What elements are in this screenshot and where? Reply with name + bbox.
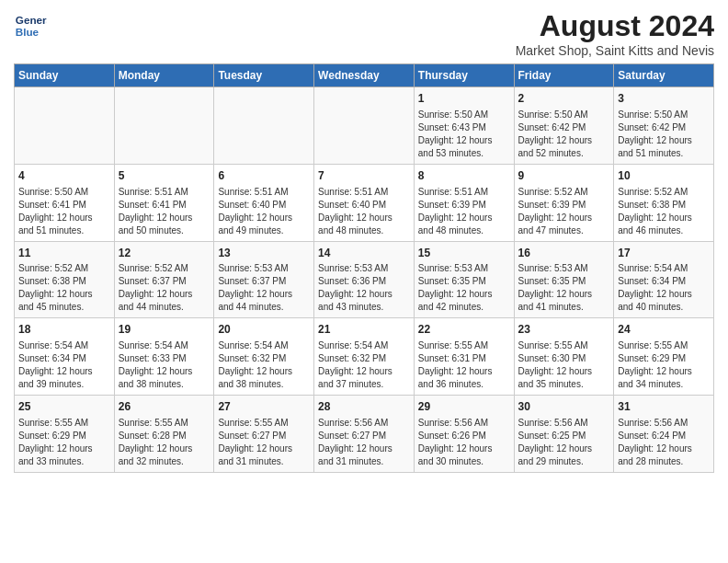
day-number: 29 [418,399,510,415]
logo-icon: General Blue [14,9,47,42]
day-info: Sunrise: 5:51 AM Sunset: 6:40 PM Dayligh… [318,186,410,237]
day-cell: 2Sunrise: 5:50 AM Sunset: 6:42 PM Daylig… [514,87,614,165]
day-number: 22 [418,322,510,338]
day-cell [114,87,214,165]
day-number: 15 [418,246,510,261]
day-number: 3 [618,91,710,107]
day-info: Sunrise: 5:50 AM Sunset: 6:43 PM Dayligh… [418,109,510,160]
day-info: Sunrise: 5:55 AM Sunset: 6:31 PM Dayligh… [418,339,510,391]
calendar-header: SundayMondayTuesdayWednesdayThursdayFrid… [15,64,714,87]
day-info: Sunrise: 5:56 AM Sunset: 6:27 PM Dayligh… [318,417,410,468]
day-cell: 28Sunrise: 5:56 AM Sunset: 6:27 PM Dayli… [314,396,415,473]
day-number: 8 [418,168,510,184]
day-info: Sunrise: 5:53 AM Sunset: 6:35 PM Dayligh… [518,262,610,314]
day-number: 14 [318,246,410,261]
day-cell: 22Sunrise: 5:55 AM Sunset: 6:31 PM Dayli… [414,318,514,396]
day-info: Sunrise: 5:55 AM Sunset: 6:30 PM Dayligh… [518,339,610,391]
day-number: 28 [318,399,410,415]
day-number: 10 [618,168,710,184]
day-number: 20 [218,322,310,338]
day-cell: 27Sunrise: 5:55 AM Sunset: 6:27 PM Dayli… [214,396,314,473]
day-info: Sunrise: 5:54 AM Sunset: 6:34 PM Dayligh… [18,339,110,391]
day-info: Sunrise: 5:53 AM Sunset: 6:36 PM Dayligh… [318,262,410,314]
subtitle: Market Shop, Saint Kitts and Nevis [516,43,714,58]
day-number: 25 [18,399,110,415]
day-number: 23 [518,322,610,338]
day-info: Sunrise: 5:51 AM Sunset: 6:39 PM Dayligh… [418,186,510,237]
day-number: 18 [18,322,110,338]
day-cell: 10Sunrise: 5:52 AM Sunset: 6:38 PM Dayli… [614,164,714,241]
column-header-friday: Friday [514,64,614,87]
day-info: Sunrise: 5:53 AM Sunset: 6:37 PM Dayligh… [218,262,310,314]
day-info: Sunrise: 5:51 AM Sunset: 6:40 PM Dayligh… [218,186,310,237]
day-number: 26 [119,399,210,415]
day-info: Sunrise: 5:52 AM Sunset: 6:39 PM Dayligh… [518,186,610,237]
day-info: Sunrise: 5:55 AM Sunset: 6:29 PM Dayligh… [618,339,710,391]
day-cell [15,87,115,165]
day-cell: 13Sunrise: 5:53 AM Sunset: 6:37 PM Dayli… [214,241,314,318]
day-cell: 17Sunrise: 5:54 AM Sunset: 6:34 PM Dayli… [614,241,714,318]
week-row-2: 4Sunrise: 5:50 AM Sunset: 6:41 PM Daylig… [15,164,714,241]
day-number: 5 [119,168,210,184]
day-cell: 14Sunrise: 5:53 AM Sunset: 6:36 PM Dayli… [314,241,415,318]
week-row-1: 1Sunrise: 5:50 AM Sunset: 6:43 PM Daylig… [15,87,714,165]
svg-text:General: General [16,14,47,26]
day-cell: 19Sunrise: 5:54 AM Sunset: 6:33 PM Dayli… [114,318,214,396]
day-cell: 23Sunrise: 5:55 AM Sunset: 6:30 PM Dayli… [514,318,614,396]
day-info: Sunrise: 5:56 AM Sunset: 6:26 PM Dayligh… [418,417,510,468]
day-number: 11 [18,246,110,261]
column-header-monday: Monday [114,64,214,87]
day-number: 4 [18,168,110,184]
week-row-4: 18Sunrise: 5:54 AM Sunset: 6:34 PM Dayli… [15,318,714,396]
day-info: Sunrise: 5:54 AM Sunset: 6:32 PM Dayligh… [218,339,310,391]
day-cell: 26Sunrise: 5:55 AM Sunset: 6:28 PM Dayli… [114,396,214,473]
day-number: 19 [119,322,210,338]
day-number: 7 [318,168,410,184]
day-number: 9 [518,168,610,184]
day-cell: 11Sunrise: 5:52 AM Sunset: 6:38 PM Dayli… [15,241,115,318]
day-cell: 3Sunrise: 5:50 AM Sunset: 6:42 PM Daylig… [614,87,714,165]
day-cell: 4Sunrise: 5:50 AM Sunset: 6:41 PM Daylig… [15,164,115,241]
day-cell: 31Sunrise: 5:56 AM Sunset: 6:24 PM Dayli… [614,396,714,473]
day-cell: 6Sunrise: 5:51 AM Sunset: 6:40 PM Daylig… [214,164,314,241]
day-cell: 24Sunrise: 5:55 AM Sunset: 6:29 PM Dayli… [614,318,714,396]
title-area: August 2024 Market Shop, Saint Kitts and… [516,9,714,58]
day-info: Sunrise: 5:53 AM Sunset: 6:35 PM Dayligh… [418,262,510,314]
day-info: Sunrise: 5:50 AM Sunset: 6:41 PM Dayligh… [18,186,110,237]
column-header-wednesday: Wednesday [314,64,415,87]
day-cell: 18Sunrise: 5:54 AM Sunset: 6:34 PM Dayli… [15,318,115,396]
day-info: Sunrise: 5:52 AM Sunset: 6:38 PM Dayligh… [18,262,110,314]
day-number: 21 [318,322,410,338]
column-header-sunday: Sunday [15,64,115,87]
day-number: 16 [518,246,610,261]
day-cell: 16Sunrise: 5:53 AM Sunset: 6:35 PM Dayli… [514,241,614,318]
day-info: Sunrise: 5:54 AM Sunset: 6:32 PM Dayligh… [318,339,410,391]
day-cell: 7Sunrise: 5:51 AM Sunset: 6:40 PM Daylig… [314,164,415,241]
day-info: Sunrise: 5:50 AM Sunset: 6:42 PM Dayligh… [518,109,610,160]
column-header-thursday: Thursday [414,64,514,87]
day-number: 30 [518,399,610,415]
logo: General Blue [14,9,47,42]
day-cell [214,87,314,165]
day-number: 6 [218,168,310,184]
main-title: August 2024 [516,9,714,43]
day-number: 27 [218,399,310,415]
day-cell: 1Sunrise: 5:50 AM Sunset: 6:43 PM Daylig… [414,87,514,165]
column-header-saturday: Saturday [614,64,714,87]
day-number: 13 [218,246,310,261]
day-cell: 15Sunrise: 5:53 AM Sunset: 6:35 PM Dayli… [414,241,514,318]
day-cell: 9Sunrise: 5:52 AM Sunset: 6:39 PM Daylig… [514,164,614,241]
day-number: 2 [518,91,610,107]
day-info: Sunrise: 5:54 AM Sunset: 6:33 PM Dayligh… [119,339,210,391]
day-info: Sunrise: 5:55 AM Sunset: 6:29 PM Dayligh… [18,417,110,468]
week-row-5: 25Sunrise: 5:55 AM Sunset: 6:29 PM Dayli… [15,396,714,473]
day-info: Sunrise: 5:55 AM Sunset: 6:28 PM Dayligh… [119,417,210,468]
day-number: 12 [119,246,210,261]
svg-text:Blue: Blue [16,26,40,38]
day-info: Sunrise: 5:51 AM Sunset: 6:41 PM Dayligh… [119,186,210,237]
day-cell: 12Sunrise: 5:52 AM Sunset: 6:37 PM Dayli… [114,241,214,318]
week-row-3: 11Sunrise: 5:52 AM Sunset: 6:38 PM Dayli… [15,241,714,318]
day-info: Sunrise: 5:56 AM Sunset: 6:24 PM Dayligh… [618,417,710,468]
day-info: Sunrise: 5:54 AM Sunset: 6:34 PM Dayligh… [618,262,710,314]
day-info: Sunrise: 5:56 AM Sunset: 6:25 PM Dayligh… [518,417,610,468]
